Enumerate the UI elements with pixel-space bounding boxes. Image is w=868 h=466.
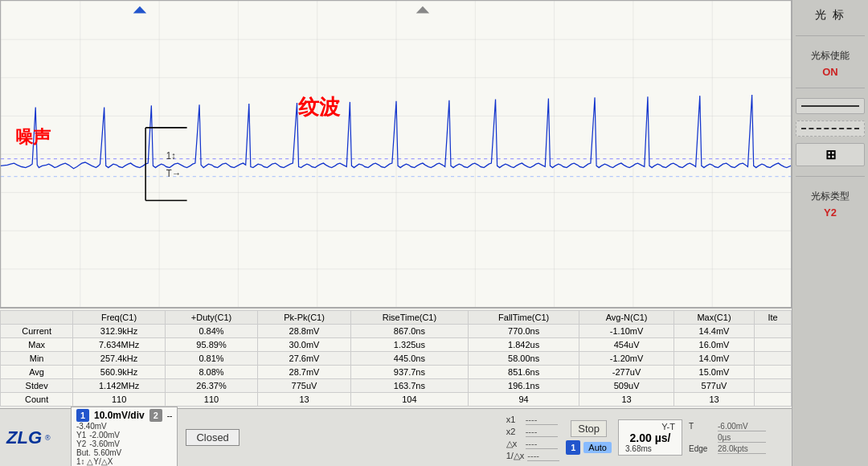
table-cell: 312.9kHz: [73, 325, 166, 338]
table-cell: Stdev: [1, 379, 73, 393]
cursor-type-section: 光标类型 Y2: [796, 186, 865, 219]
table-cell: Max: [1, 338, 73, 352]
table-cell: 94: [468, 393, 579, 407]
table-cell: 509uV: [579, 379, 674, 393]
right-controls: x1 ---- x2 ---- △x ---- 1/△x ----: [506, 415, 785, 461]
svg-rect-4: [1, 1, 791, 307]
col-header-label: [1, 311, 73, 325]
x1-val: ----: [526, 415, 558, 425]
table-row: Stdev1.142MHz26.37%775uV163.7ns196.1ns50…: [1, 379, 792, 393]
cursor-enable-section: 光标使能 ON: [796, 46, 865, 78]
x2-row: x2 ----: [506, 427, 560, 437]
table-cell: [755, 352, 792, 366]
trig-edge-row: Edge 28.0kpts: [689, 444, 785, 454]
ch1-extra: 1↕ △Y/△X: [76, 457, 113, 466]
ch1-offset-row: -3.40mV: [76, 422, 172, 431]
status-bar: ZLG® 1 10.0mV/div 2 -- -3.40mV Y1 -2.00m…: [0, 408, 792, 466]
y2-label: Y2: [76, 439, 86, 448]
table-row: Avg560.9kHz8.08%28.7mV937.7ns851.6ns-277…: [1, 366, 792, 379]
table-cell: 30.0mV: [258, 338, 351, 352]
svg-text:T→: T→: [166, 167, 181, 178]
col-header-pkpk: Pk-Pk(C1): [258, 311, 351, 325]
trig-t-val: -6.00mV: [718, 422, 766, 431]
table-row: Current312.9kHz0.84%28.8mV867.0ns770.0ns…: [1, 325, 792, 338]
dx-val: ----: [526, 439, 558, 449]
svg-text:1↕: 1↕: [166, 149, 176, 160]
col-header-duty: +Duty(C1): [165, 311, 257, 325]
inv-dx-label: 1/△x: [506, 451, 525, 461]
time-value: 2.00 µs/: [625, 431, 675, 444]
panel-divider-2: [796, 88, 865, 88]
table-cell: 445.0ns: [350, 352, 468, 366]
x1-row: x1 ----: [506, 415, 560, 425]
y1-val: -2.00mV: [89, 431, 120, 439]
stop-button[interactable]: Stop: [571, 420, 607, 437]
cursor-type-label: 光标类型: [796, 190, 865, 203]
auto-label: Auto: [583, 442, 612, 453]
table-cell: Current: [1, 325, 73, 338]
svg-rect-5: [1, 1, 791, 307]
x1-label: x1: [506, 415, 522, 425]
depth-label: 3.68ms: [625, 444, 675, 453]
crosshair-button[interactable]: ⊞: [796, 143, 865, 166]
x2-val: ----: [526, 427, 558, 437]
table-body: Current312.9kHz0.84%28.8mV867.0ns770.0ns…: [1, 325, 792, 407]
svg-marker-12: [416, 6, 429, 14]
table-cell: 16.0mV: [674, 338, 754, 352]
table-cell: 13: [258, 393, 351, 407]
col-header-rise: RiseTime(C1): [350, 311, 468, 325]
dashed-line-button[interactable]: [796, 121, 865, 137]
trigger-ch1-badge: 1: [566, 440, 580, 455]
table-cell: 775uV: [258, 379, 351, 393]
table-row: Min257.4kHz0.81%27.6mV445.0ns58.00ns-1.2…: [1, 352, 792, 366]
ripple-label: 纹波: [298, 93, 340, 121]
trig-t2-row: 0µs: [689, 433, 785, 443]
closed-label: Closed: [196, 431, 228, 444]
table-cell: 14.4mV: [674, 325, 754, 338]
trig-t-row: T -6.00mV: [689, 422, 785, 431]
table-cell: 27.6mV: [258, 352, 351, 366]
table-cell: 0.84%: [165, 325, 257, 338]
inv-dx-val: ----: [527, 451, 559, 461]
cursor-enable-value: ON: [796, 66, 865, 78]
table-cell: 13: [674, 393, 754, 407]
cursor-type-value: Y2: [796, 206, 865, 219]
ch1-but-row: But. 5.60mV: [76, 448, 172, 457]
trig-edge-val: 28.0kpts: [718, 444, 766, 454]
table-cell: [755, 379, 792, 393]
yt-label: Y-T: [625, 422, 675, 431]
cursor-enable-label: 光标使能: [796, 49, 865, 63]
but-val: 5.60mV: [94, 448, 121, 457]
table-cell: 0.81%: [165, 352, 257, 366]
table-cell: 28.7mV: [258, 366, 351, 379]
table-cell: [755, 325, 792, 338]
table-cell: [755, 338, 792, 352]
ch1-extra-row: 1↕ △Y/△X: [76, 457, 172, 466]
right-panel: 光 标 光标使能 ON ⊞ 光标类型 Y2: [792, 0, 868, 466]
col-header-ite: Ite: [755, 311, 792, 325]
table-cell: 8.08%: [165, 366, 257, 379]
x2-label: x2: [506, 427, 522, 437]
dx-row: △x ----: [506, 439, 560, 449]
table-cell: 770.0ns: [468, 325, 579, 338]
table-cell: 851.6ns: [468, 366, 579, 379]
trig-t2-val: 0µs: [718, 433, 766, 443]
table-cell: [755, 393, 792, 407]
closed-box: Closed: [186, 429, 239, 446]
table-cell: 196.1ns: [468, 379, 579, 393]
trig-t-label: T: [689, 422, 713, 431]
table-cell: 95.89%: [165, 338, 257, 352]
scope-screen: 1↕ T→ 噪声 纹波: [0, 0, 792, 308]
trig-edge-label: Edge: [689, 444, 713, 454]
but-label: But.: [76, 448, 91, 457]
table-cell: 28.8mV: [258, 325, 351, 338]
table-cell: 110: [165, 393, 257, 407]
table-cell: 257.4kHz: [73, 352, 166, 366]
time-div-box: Y-T 2.00 µs/ 3.68ms: [618, 419, 682, 456]
ch1-badge: 1: [76, 409, 89, 422]
trigger-settings: T -6.00mV 0µs Edge 28.0kpts: [689, 422, 785, 454]
logo-text: ZLG: [6, 427, 42, 448]
table-cell: 14.0mV: [674, 352, 754, 366]
stop-label: Stop: [578, 423, 600, 435]
solid-line-button[interactable]: [796, 98, 865, 114]
